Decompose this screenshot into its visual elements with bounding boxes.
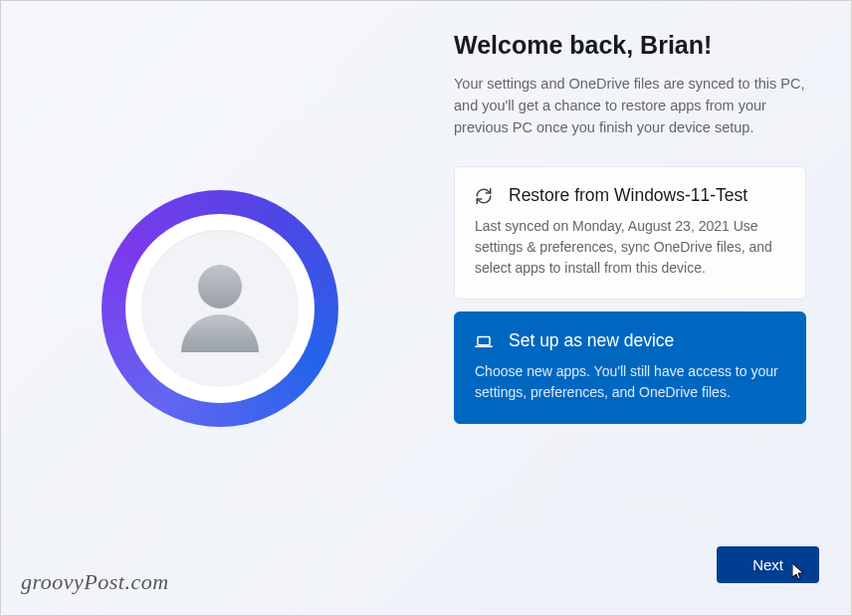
content-panel: Welcome back, Brian! Your settings and O… xyxy=(439,1,851,615)
avatar-inner-ring xyxy=(125,214,315,403)
device-icon xyxy=(475,332,493,350)
page-title: Welcome back, Brian! xyxy=(454,31,806,60)
illustration-panel xyxy=(1,1,439,615)
option-restore[interactable]: Restore from Windows-11-Test Last synced… xyxy=(454,166,806,300)
option-new-device[interactable]: Set up as new device Choose new apps. Yo… xyxy=(454,311,806,424)
svg-rect-0 xyxy=(478,336,490,344)
next-button[interactable]: Next xyxy=(717,546,819,583)
page-subtitle: Your settings and OneDrive files are syn… xyxy=(454,74,806,138)
option-restore-title: Restore from Windows-11-Test xyxy=(509,185,747,206)
watermark: groovyPost.com xyxy=(21,569,169,595)
option-new-device-desc: Choose new apps. You'll still have acces… xyxy=(475,361,785,403)
sync-icon xyxy=(475,187,493,205)
avatar-circle xyxy=(141,230,299,387)
option-restore-desc: Last synced on Monday, August 23, 2021 U… xyxy=(475,216,785,279)
avatar-ring xyxy=(102,190,338,427)
person-icon xyxy=(181,265,259,352)
option-new-device-title: Set up as new device xyxy=(509,330,674,351)
